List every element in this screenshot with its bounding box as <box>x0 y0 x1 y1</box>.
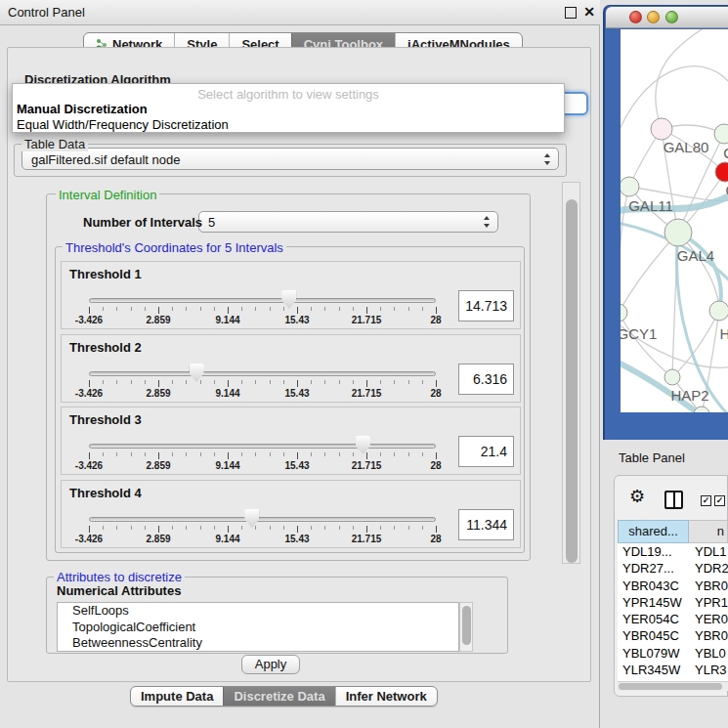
table-cell: YBR0 <box>689 627 728 644</box>
network-window-titlebar <box>606 7 728 28</box>
table-data-combo[interactable]: galFiltered.sif default node <box>21 148 559 170</box>
network-graph: GAL80GACGAL11GAL4GCY1HHAP2 <box>621 29 728 412</box>
checkbox-checked-icon[interactable]: ✓ <box>714 495 725 506</box>
table-cell: YBR045C <box>618 627 689 644</box>
minimize-traffic-light-icon[interactable] <box>647 11 660 23</box>
threshold-value-field[interactable]: 11.344 <box>458 509 514 540</box>
network-node-gal11[interactable] <box>621 177 639 196</box>
screen: Control Panel ✕ NetworkStyleSelectCyni T… <box>0 0 728 728</box>
threshold-panel: Threshold 2 -3.4262.8599.14415.4321.7152… <box>61 334 521 403</box>
attributes-list-scrollbar[interactable] <box>459 602 473 652</box>
panel-title: Control Panel <box>8 0 85 24</box>
column-header-name[interactable]: n <box>689 520 728 543</box>
control-panel: Control Panel ✕ NetworkStyleSelectCyni T… <box>0 0 600 728</box>
thresholds-container: Threshold 1 -3.4262.8599.14415.4321.7152… <box>61 261 521 549</box>
popup-hint: Select algorithm to view settings <box>13 87 564 102</box>
table-row[interactable]: YBR045CYBR0 <box>618 627 728 644</box>
threshold-slider-handle[interactable] <box>244 509 259 528</box>
node-table: shared... n YDL19...YDL1YDR27...YDR2YBR0… <box>618 520 728 681</box>
table-cell: YDL1 <box>689 543 728 560</box>
attribute-item[interactable]: BetweennessCentrality <box>58 635 458 652</box>
node-label: H <box>720 325 728 342</box>
network-node-gcy1[interactable] <box>621 304 627 321</box>
threshold-panel: Threshold 1 -3.4262.8599.14415.4321.7152… <box>61 261 521 329</box>
threshold-slider-track[interactable] <box>89 517 436 522</box>
threshold-label: Threshold 4 <box>69 486 142 500</box>
table-row[interactable]: YLR345WYLR3 <box>618 662 728 678</box>
number-of-intervals-value: 5 <box>208 215 215 230</box>
popup-option-manual-discretization[interactable]: Manual Discretization <box>17 102 148 116</box>
table-cell: YDL19... <box>618 543 689 560</box>
tab-discretize-data[interactable]: Discretize Data <box>223 687 334 706</box>
network-node-hap2[interactable] <box>664 369 680 385</box>
table-cell: YER0 <box>689 611 728 627</box>
threshold-value-field[interactable]: 6.316 <box>458 364 514 395</box>
control-panel-titlebar: Control Panel ✕ <box>0 0 600 25</box>
interval-definition-title: Interval Definition <box>56 188 159 202</box>
tab-label: Impute Data <box>141 689 213 704</box>
numerical-attributes-list[interactable]: SelfLoopsTopologicalCoefficientBetweenne… <box>57 602 459 652</box>
split-table-icon[interactable] <box>664 491 683 509</box>
network-canvas[interactable]: GAL80GACGAL11GAL4GCY1HHAP2 <box>621 29 728 412</box>
network-node-ga[interactable] <box>714 124 728 144</box>
popup-option-equal-width-frequency[interactable]: Equal Width/Frequency Discretization <box>17 117 229 132</box>
combo-arrows-icon <box>484 216 491 228</box>
number-of-intervals-label: Number of Intervals <box>80 215 205 230</box>
table-row[interactable]: YDR27...YDR2 <box>618 560 728 577</box>
threshold-slider-handle[interactable] <box>190 364 204 382</box>
combo-arrows-icon <box>544 153 551 165</box>
column-header-shared-name[interactable]: shared... <box>618 520 689 543</box>
table-panel-title: Table Panel <box>619 450 685 465</box>
table-cell: YDR2 <box>689 560 728 577</box>
table-cell: YBL079W <box>618 645 689 662</box>
table-row[interactable]: YER054CYER0 <box>618 611 728 627</box>
threshold-label: Threshold 3 <box>69 412 142 427</box>
table-cell: YBR0 <box>689 578 728 594</box>
table-cell: YBR043C <box>618 578 689 594</box>
attributes-group-title: Attributes to discretize <box>54 570 185 584</box>
node-label: HAP2 <box>670 387 708 404</box>
table-cell: YPR1 <box>689 594 728 611</box>
number-of-intervals-combo[interactable]: 5 <box>198 211 498 233</box>
table-row[interactable]: YDL19...YDL1 <box>618 543 728 560</box>
thresholds-group-title: Threshold's Coordinates for 5 Intervals <box>63 240 286 255</box>
table-data-combo-value: galFiltered.sif default node <box>31 151 180 166</box>
checkbox-checked-icon[interactable]: ✓ <box>701 495 711 506</box>
network-node-gal80[interactable] <box>651 118 672 140</box>
table-cell: YBL0 <box>689 645 728 662</box>
node-label: GAL4 <box>677 247 714 264</box>
tab-impute-data[interactable]: Impute Data <box>131 687 223 706</box>
threshold-panel: Threshold 4 -3.4262.8599.14415.4321.7152… <box>61 480 521 548</box>
bottom-tab-bar: Impute DataDiscretize DataInfer Network <box>130 686 438 707</box>
threshold-value-field[interactable]: 14.713 <box>458 290 514 321</box>
threshold-panel: Threshold 3 -3.4262.8599.14415.4321.7152… <box>61 407 521 475</box>
algorithm-popup: Select algorithm to view settings Manual… <box>12 83 565 133</box>
table-horizontal-scrollbar[interactable] <box>618 681 728 691</box>
table-row[interactable]: YBR043CYBR0 <box>618 578 728 594</box>
table-cell: YDR27... <box>618 560 689 577</box>
float-window-icon[interactable] <box>565 7 577 19</box>
attribute-item[interactable]: TopologicalCoefficient <box>58 620 458 636</box>
table-row[interactable]: YBL079WYBL0 <box>618 645 728 662</box>
close-icon[interactable]: ✕ <box>583 4 595 20</box>
table-cell: YLR3 <box>689 662 728 678</box>
main-scrollbar[interactable] <box>562 182 580 564</box>
close-traffic-light-icon[interactable] <box>629 11 642 23</box>
attribute-item[interactable]: SelfLoops <box>58 603 458 620</box>
network-node-gal4[interactable] <box>664 219 692 246</box>
numerical-attributes-label: Numerical Attributes <box>54 583 184 598</box>
tab-infer-network[interactable]: Infer Network <box>335 687 437 706</box>
apply-button[interactable]: Apply <box>241 655 300 674</box>
tab-label: Discretize Data <box>234 689 324 704</box>
zoom-traffic-light-icon[interactable] <box>665 11 678 23</box>
threshold-slider-track[interactable] <box>89 444 436 449</box>
threshold-slider-track[interactable] <box>89 298 436 303</box>
node-label: GAL80 <box>664 139 709 155</box>
network-node-h[interactable] <box>709 301 728 321</box>
table-row[interactable]: YPR145WYPR1 <box>618 594 728 611</box>
threshold-value-field[interactable]: 21.4 <box>458 436 514 467</box>
settings-gear-icon[interactable]: ⚙ <box>629 488 645 505</box>
threshold-slider-handle[interactable] <box>356 436 370 454</box>
network-window: GAL80GACGAL11GAL4GCY1HHAP2 <box>603 5 728 440</box>
threshold-slider-track[interactable] <box>89 371 436 376</box>
